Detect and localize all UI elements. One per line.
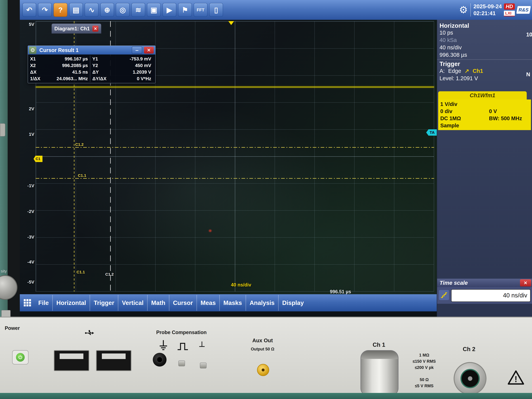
svg-text:!: ! bbox=[514, 374, 517, 384]
usb-icon bbox=[85, 329, 95, 337]
screen-lower-edge bbox=[20, 311, 437, 317]
v-axis-label: 5V bbox=[21, 22, 34, 27]
time-scale-input[interactable]: 40 ns/div bbox=[451, 289, 531, 302]
diagram-tab[interactable]: Diagram1: Ch1 ✕ bbox=[51, 24, 101, 33]
zoom-icon: ⊕ bbox=[104, 6, 110, 13]
cursor-settings-gear-icon[interactable]: ⚙ bbox=[29, 46, 36, 54]
probe-comp-contact-1[interactable] bbox=[178, 361, 185, 366]
menu-item-file[interactable]: File bbox=[35, 295, 52, 311]
resolution-value[interactable]: 10 ps bbox=[437, 29, 532, 36]
trigger-position-marker[interactable] bbox=[228, 21, 234, 25]
aux-out-label: Aux Out bbox=[245, 337, 280, 343]
ch1-trace bbox=[36, 87, 434, 87]
x1-label: X1 bbox=[28, 56, 45, 62]
redo-button[interactable]: ↷ bbox=[38, 3, 52, 17]
menu-item-display[interactable]: Display bbox=[278, 295, 308, 311]
probe-comp-output[interactable] bbox=[153, 353, 166, 367]
timebase-value[interactable]: 40 ns/div bbox=[437, 44, 532, 51]
report-button[interactable]: ⚑ bbox=[178, 3, 192, 17]
settings-gear-icon[interactable]: ⚙ bbox=[459, 5, 468, 15]
menu-item-masks[interactable]: Masks bbox=[219, 295, 246, 311]
menu-item-meas[interactable]: Meas bbox=[196, 295, 219, 311]
undo-button[interactable]: ↶ bbox=[22, 3, 36, 17]
h-cursor-2[interactable] bbox=[36, 147, 434, 148]
signal-generator-icon: ∿ bbox=[89, 6, 95, 13]
trigger-source-row[interactable]: A: Edge ↗ Ch1 bbox=[437, 67, 532, 75]
clipped-readout: N bbox=[526, 71, 532, 78]
trigger-level-value[interactable]: Level: 1.2091 V bbox=[437, 75, 532, 82]
ch1-decimation: Sample bbox=[440, 122, 489, 129]
time-scale-close-button[interactable]: ✕ bbox=[520, 279, 531, 286]
search-button[interactable]: ◎ bbox=[116, 3, 130, 17]
left-bezel: sity bbox=[0, 0, 20, 317]
power-label: Power bbox=[5, 325, 20, 331]
open-file-button[interactable]: ▤ bbox=[69, 3, 83, 17]
step-scale-icon[interactable] bbox=[439, 290, 449, 300]
side-button[interactable] bbox=[0, 123, 5, 136]
ch1-waveform-tab[interactable]: Ch1Wfm1 bbox=[438, 91, 527, 100]
annotation-button[interactable]: ▶ bbox=[163, 3, 176, 17]
ch1-connector[interactable] bbox=[361, 350, 399, 396]
horizontal-position-value[interactable]: 996.308 µs bbox=[437, 51, 532, 59]
diagram-tab-close-button[interactable]: ✕ bbox=[92, 25, 98, 32]
usb-port-1[interactable] bbox=[54, 350, 89, 371]
menu-item-math[interactable]: Math bbox=[147, 295, 169, 311]
cursor-results-titlebar[interactable]: ⚙ Cursor Result 1 – ✕ bbox=[28, 46, 155, 55]
v-axis-label: -4V bbox=[21, 260, 34, 265]
hd-badge: HD bbox=[504, 3, 515, 10]
x2-value: 996.2085 µs bbox=[45, 62, 90, 69]
fft-icon: FFT bbox=[197, 8, 204, 12]
record-length-value[interactable]: 40 kSa bbox=[437, 36, 532, 44]
aux-out-connector[interactable] bbox=[257, 364, 269, 376]
close-button[interactable]: ✕ bbox=[144, 47, 154, 54]
help-button[interactable]: ? bbox=[54, 3, 67, 17]
h-cursor-1[interactable] bbox=[36, 178, 434, 179]
v-cursor-1-label: C1.1 bbox=[76, 270, 85, 274]
inv-dx-value: 24.0963... MHz bbox=[45, 75, 90, 82]
minimize-button[interactable]: – bbox=[132, 46, 142, 54]
zoom-button[interactable]: ⊕ bbox=[100, 3, 114, 17]
h-cursor-2-label: C1.2 bbox=[75, 142, 83, 147]
ch1-scale: 1 V/div bbox=[440, 101, 489, 108]
signal-generator-button[interactable]: ∿ bbox=[85, 3, 98, 17]
time-scale-titlebar[interactable]: Time scale ✕ bbox=[437, 279, 532, 287]
folder-icon: ▤ bbox=[73, 6, 79, 13]
menu-item-cursor[interactable]: Cursor bbox=[169, 295, 196, 311]
screenshot-button[interactable]: ▣ bbox=[147, 3, 161, 17]
time-text: 02:21:41 bbox=[473, 10, 502, 17]
menu-item-trigger[interactable]: Trigger bbox=[90, 295, 118, 311]
power-button[interactable] bbox=[12, 350, 29, 364]
probe-comp-contact-2[interactable] bbox=[200, 363, 207, 368]
waveform-icon: ≋ bbox=[135, 6, 141, 13]
v-cursor-2-label: C1.2 bbox=[105, 272, 114, 277]
menu-grid-icon[interactable] bbox=[24, 299, 32, 307]
menu-item-analysis[interactable]: Analysis bbox=[246, 295, 278, 311]
toolbar-separator bbox=[470, 3, 471, 17]
v-axis-label: -2V bbox=[21, 209, 34, 214]
horizontal-panel-title[interactable]: Horizontal bbox=[437, 22, 532, 29]
ch1-offset-marker[interactable]: C1 bbox=[33, 156, 43, 162]
ch2-connector-pin bbox=[468, 376, 472, 381]
reflection-artifact bbox=[209, 229, 212, 232]
ch1-label: Ch 1 bbox=[366, 342, 392, 348]
trigger-panel-title[interactable]: Trigger bbox=[437, 60, 532, 67]
trigger-source: Ch1 bbox=[473, 67, 483, 75]
delete-button[interactable]: ▯ bbox=[209, 3, 223, 17]
y1-value: -753.9 mV bbox=[111, 56, 153, 62]
fft-button[interactable]: FFT bbox=[194, 3, 207, 17]
intensity-knob[interactable] bbox=[0, 275, 17, 300]
trash-icon: ▯ bbox=[214, 6, 218, 13]
menu-item-vertical[interactable]: Vertical bbox=[118, 295, 147, 311]
clipped-readout: 10 bbox=[526, 32, 532, 38]
menu-item-horizontal[interactable]: Horizontal bbox=[52, 295, 90, 311]
time-scale-title: Time scale bbox=[439, 280, 520, 286]
square-wave-icon bbox=[177, 341, 189, 352]
usb-port-2[interactable] bbox=[96, 350, 131, 371]
waveform-settings-button[interactable]: ≋ bbox=[131, 3, 145, 17]
ch1-spec-vpk: ≤200 V pk bbox=[408, 364, 440, 371]
ch1-waveform-panel[interactable]: 1 V/div 0 div 0 V DC 1MΩ BW: 500 MHz Sam… bbox=[438, 100, 531, 130]
oscilloscope: sity ↶ ↷ ? ▤ ∿ ⊕ ◎ ≋ ▣ ▶ ⚑ FFT ▯ ⚙ 2025-… bbox=[0, 0, 532, 399]
cursor-row-x1: X1 996.167 µs Y1 -753.9 mV bbox=[28, 56, 155, 62]
dx-value: 41.5 ns bbox=[45, 69, 90, 75]
ch2-connector[interactable] bbox=[454, 362, 487, 395]
